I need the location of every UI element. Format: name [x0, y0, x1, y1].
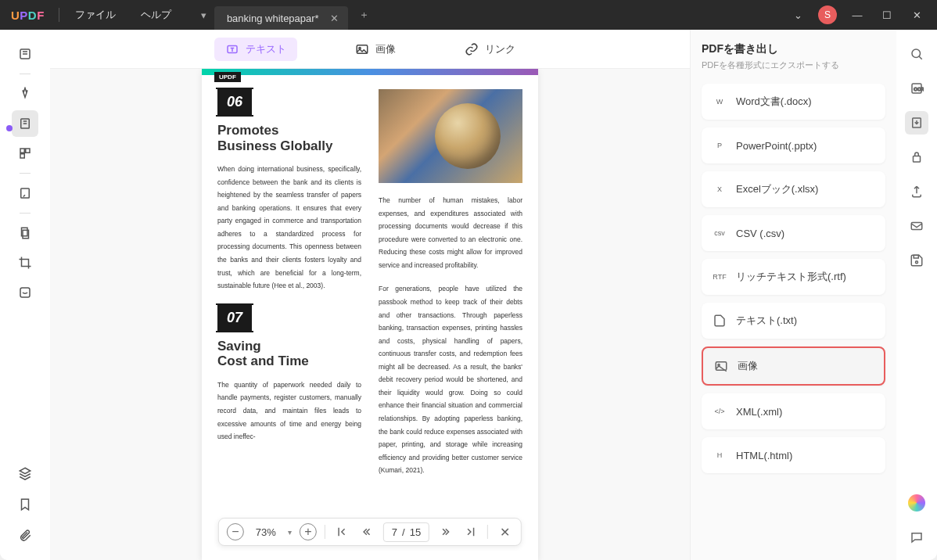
menu-help[interactable]: ヘルプ [128, 8, 184, 22]
svg-point-14 [912, 49, 921, 58]
export-html-button[interactable]: HHTML(.html) [702, 437, 885, 473]
export-word-button[interactable]: WWord文書(.docx) [702, 84, 885, 120]
email-button[interactable] [905, 214, 928, 238]
text-tool-button[interactable]: テキスト [214, 38, 297, 61]
document-page[interactable]: UPDF 06 Promotes Business Globally When … [202, 69, 538, 560]
svg-rect-19 [911, 223, 922, 230]
edit-toolbar: テキスト 画像 リンク [50, 30, 690, 69]
link-tool-button[interactable]: リンク [454, 38, 526, 61]
ocr-button[interactable]: OCR [905, 77, 928, 100]
ai-button[interactable] [905, 491, 928, 515]
user-avatar[interactable]: S [818, 5, 837, 24]
svg-point-21 [916, 261, 918, 264]
xml-icon: </> [713, 404, 727, 418]
svg-rect-20 [914, 255, 918, 258]
export-ppt-button[interactable]: PPowerPoint(.pptx) [702, 127, 885, 163]
svg-rect-12 [716, 362, 727, 371]
txt-icon [713, 314, 727, 328]
html-icon: H [713, 448, 727, 462]
left-toolbar [0, 30, 50, 560]
export-button[interactable] [905, 111, 928, 135]
document-tab[interactable]: banking whitepapar* ✕ [214, 6, 348, 30]
rtf-icon: RTF [713, 270, 727, 284]
zoom-out-button[interactable]: − [227, 523, 244, 540]
layers-button[interactable] [12, 460, 38, 486]
edit-tool[interactable] [12, 110, 38, 137]
new-tab-button[interactable]: ＋ [348, 8, 380, 22]
export-xml-button[interactable]: </>XML(.xml) [702, 393, 885, 429]
document-canvas: テキスト 画像 リンク UPDF 06 Promotes Business Gl… [50, 30, 690, 560]
export-image-button[interactable]: 画像 [702, 346, 885, 386]
page-brand-tag: UPDF [214, 72, 241, 82]
section-07-p1: The quantity of paperwork needed daily t… [217, 379, 361, 443]
image-tool-label: 画像 [375, 42, 396, 56]
next-page-button[interactable] [437, 523, 454, 540]
page-indicator[interactable]: 7 / 15 [383, 522, 429, 542]
last-page-button[interactable] [462, 523, 479, 540]
form-tool[interactable] [12, 140, 38, 167]
organize-tool[interactable] [12, 180, 38, 206]
bookmark-button[interactable] [12, 491, 38, 518]
right-toolbar: OCR [896, 30, 937, 560]
export-panel-subtitle: PDFを各種形式にエクスポートする [702, 59, 885, 71]
total-pages: 15 [410, 526, 421, 538]
section-07-p2: For generations, people have utilized th… [379, 282, 522, 476]
page-controls-bar: − 73% ▾ + 7 / 15 ✕ [218, 518, 522, 546]
save-button[interactable] [905, 249, 928, 272]
app-logo: UPDF [0, 9, 56, 22]
excel-icon: X [713, 182, 727, 196]
zoom-level: 73% [252, 526, 280, 538]
section-06-p2: The number of human mistakes, labor expe… [379, 194, 522, 271]
section-number-06: 06 [217, 89, 252, 115]
section-06-p1: When doing international business, speci… [217, 163, 361, 293]
svg-rect-2 [20, 149, 24, 153]
current-page: 7 [392, 526, 397, 538]
crop-tool[interactable] [12, 249, 38, 276]
section-number-07: 07 [217, 305, 252, 331]
export-rtf-button[interactable]: RTFリッチテキスト形式(.rtf) [702, 259, 885, 295]
export-txt-button[interactable]: テキスト(.txt) [702, 303, 885, 339]
reader-tool[interactable] [12, 41, 38, 67]
export-panel: PDFを書き出し PDFを各種形式にエクスポートする WWord文書(.docx… [690, 30, 896, 560]
section-title-06: Promotes Business Globally [217, 123, 361, 153]
window-close-button[interactable]: ✕ [903, 3, 931, 27]
prev-page-button[interactable] [358, 523, 375, 540]
image-format-icon [714, 359, 728, 373]
window-maximize-button[interactable]: ☐ [873, 3, 901, 27]
tab-close-button[interactable]: ✕ [327, 13, 342, 24]
tabs-overflow-button[interactable]: ⌄ [784, 3, 812, 27]
link-tool-label: リンク [485, 42, 515, 56]
svg-rect-4 [20, 154, 24, 158]
ai-icon [908, 494, 925, 512]
section-title-07: Saving Cost and Time [217, 339, 361, 369]
menu-file[interactable]: ファイル [63, 8, 128, 22]
titlebar: UPDF ファイル ヘルプ ▾ banking whitepapar* ✕ ＋ … [0, 0, 937, 30]
svg-rect-5 [21, 188, 30, 198]
first-page-button[interactable] [333, 523, 350, 540]
comment-button[interactable] [905, 526, 928, 549]
active-indicator-dot [6, 125, 13, 131]
image-tool-button[interactable]: 画像 [344, 38, 407, 61]
svg-rect-8 [20, 288, 30, 297]
text-tool-label: テキスト [246, 42, 286, 56]
highlight-tool[interactable] [12, 81, 38, 107]
export-csv-button[interactable]: csvCSV (.csv) [702, 215, 885, 251]
csv-icon: csv [713, 226, 727, 240]
close-bar-button[interactable]: ✕ [496, 523, 513, 540]
search-button[interactable] [905, 42, 928, 66]
zoom-in-button[interactable]: + [300, 523, 317, 540]
export-panel-title: PDFを書き出し [702, 42, 885, 56]
pages-tool[interactable] [12, 220, 38, 246]
zoom-dropdown[interactable]: ▾ [288, 528, 292, 537]
share-button[interactable] [905, 180, 928, 203]
attachment-button[interactable] [12, 522, 38, 549]
svg-rect-3 [26, 149, 30, 153]
tab-list-dropdown[interactable]: ▾ [193, 9, 214, 21]
window-minimize-button[interactable]: — [843, 3, 871, 27]
tab-title: banking whitepapar* [227, 13, 319, 24]
protect-button[interactable] [905, 145, 928, 169]
redact-tool[interactable] [12, 279, 38, 306]
globe-image [379, 89, 522, 183]
svg-rect-18 [914, 156, 921, 163]
export-xlsx-button[interactable]: XExcelブック(.xlsx) [702, 171, 885, 207]
